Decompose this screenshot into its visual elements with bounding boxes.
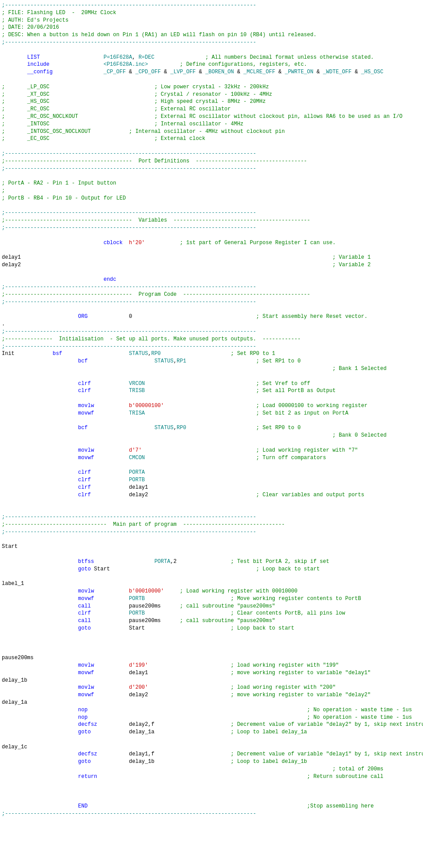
code-line: .: [0, 321, 423, 328]
code-line: goto Start ; Loop back to start: [0, 625, 423, 632]
code-line: label_1: [0, 580, 423, 588]
code-line: [0, 640, 423, 647]
code-line: ; FILE: Flashing LED - 20MHz Clock: [0, 9, 423, 17]
code-line: clrf VRCON ; Set Vref to off: [0, 380, 423, 388]
code-line: ; PortA - RA2 - Pin 1 - Input button: [0, 180, 423, 187]
code-line: bcf STATUS,RP1 ; Set RP1 to 0: [0, 358, 423, 365]
code-line: movlw b'00010000' ; Load working registe…: [0, 588, 423, 595]
code-line: clrf PORTA: [0, 469, 423, 476]
code-line: [0, 46, 423, 54]
code-line: goto delay_1a ; Loop to label delay_1a: [0, 728, 423, 736]
code-line: [0, 795, 423, 803]
code-editor: ;---------------------------------------…: [0, 0, 423, 819]
code-line: __config _CP_OFF & _CPD_OFF & _LVP_OFF &…: [0, 68, 423, 76]
code-line: [0, 781, 423, 788]
code-line: movlw d'200' ; load woring register with…: [0, 684, 423, 691]
code-line: movlw d'199' ; load working register wit…: [0, 662, 423, 669]
code-line: [0, 76, 423, 83]
code-line: cblock h'20' ; 1st part of General Purpo…: [0, 239, 423, 247]
code-line: [0, 536, 423, 543]
code-line: ;---------------------------------------…: [0, 2, 423, 9]
code-line: return ; Return subroutine call: [0, 773, 423, 781]
code-line: decfsz delay2,f ; Decrement value of var…: [0, 721, 423, 728]
code-line: movwf PORTB ; Move working register cont…: [0, 595, 423, 603]
code-line: [0, 246, 423, 254]
code-line: movwf CMCON ; Turn off comparators: [0, 454, 423, 462]
code-line: ORG 0 ; Start assembly here Reset vector…: [0, 313, 423, 321]
code-line: include <P16F628A.inc> ; Define configur…: [0, 61, 423, 68]
code-line: END ;Stop assembling here: [0, 803, 423, 810]
code-line: ;---------------------------------------…: [0, 39, 423, 46]
code-line: LIST P=16F628A, R=DEC ; All numbers Deci…: [0, 54, 423, 61]
code-line: ;---------------------------------------…: [0, 165, 423, 173]
code-line: ; _INTOSC ; Internal oscillator - 4MHz: [0, 121, 423, 128]
code-line: [0, 573, 423, 580]
code-line: ;---------------------------------------…: [0, 224, 423, 232]
code-line: clrf PORTB ; Clear contents PortB, all p…: [0, 610, 423, 617]
code-line: [0, 632, 423, 640]
code-line: movwf delay1 ; move working register to …: [0, 669, 423, 677]
code-line: ; Bank 1 Selected: [0, 365, 423, 373]
code-line: [0, 306, 423, 313]
code-line: Start: [0, 543, 423, 551]
code-line: ;---------------------------------------…: [0, 513, 423, 521]
code-line: ;---------------------------------------…: [0, 528, 423, 536]
code-line: [0, 647, 423, 654]
code-line: [0, 395, 423, 402]
code-line: ; Bank 0 Selected: [0, 432, 423, 439]
code-line: ;: [0, 187, 423, 195]
code-line: delay1 ; Variable 1: [0, 254, 423, 261]
code-line: clrf PORTB: [0, 476, 423, 484]
code-line: ;---------------------------------------…: [0, 158, 423, 165]
code-line: [0, 417, 423, 425]
code-line: movlw b'00000100' ; Load 00000100 to wor…: [0, 402, 423, 410]
code-line: btfss PORTA,2 ; Test bit PortA 2, skip i…: [0, 558, 423, 566]
code-line: ; total of 200ms: [0, 766, 423, 773]
code-line: ;---------------------------------------…: [0, 298, 423, 306]
code-line: delay_1b: [0, 677, 423, 684]
code-line: [0, 143, 423, 150]
code-line: goto Start ; Loop back to start: [0, 566, 423, 573]
code-line: ; PortB - RB4 - Pin 10 - Output for LED: [0, 195, 423, 202]
code-line: ;---------------------------------------…: [0, 217, 423, 224]
code-line: Init bsf STATUS,RP0 ; Set RP0 to 1: [0, 350, 423, 358]
code-line: ;---------------------------------------…: [0, 150, 423, 158]
code-line: [0, 373, 423, 380]
code-line: [0, 788, 423, 795]
code-line: ;---------------------------------------…: [0, 328, 423, 336]
code-line: endc: [0, 276, 423, 283]
code-line: delay_1c: [0, 743, 423, 751]
code-line: decfsz delay1,f ; Decrement value of var…: [0, 751, 423, 758]
code-line: ;--------------- Initialisation - Set up…: [0, 336, 423, 343]
code-line: pause200ms: [0, 654, 423, 662]
code-line: [0, 506, 423, 513]
code-line: goto delay_1b ; Loop to label delay_1b: [0, 758, 423, 766]
code-line: ; _XT_OSC ; Crystal / resonator - 100kHz…: [0, 91, 423, 98]
code-line: call pause200ms ; call subroutine "pause…: [0, 617, 423, 625]
code-line: clrf delay1: [0, 484, 423, 491]
code-line: [0, 269, 423, 276]
code-line: movwf TRISA ; Set bit 2 as input on Port…: [0, 410, 423, 417]
code-line: bcf STATUS,RP0 ; Set RP0 to 0: [0, 424, 423, 432]
code-line: ;---------------------------------------…: [0, 209, 423, 217]
code-line: ;---------------------------------------…: [0, 291, 423, 298]
code-line: nop ; No operation - waste time - 1us: [0, 714, 423, 721]
code-line: ; _LP_OSC ; Low power crystal - 32kHz - …: [0, 83, 423, 91]
code-line: [0, 202, 423, 210]
code-line: [0, 461, 423, 469]
code-line: clrf TRISB ; Set all PortB as Output: [0, 387, 423, 395]
code-line: ; AUTH: Ed's Projects: [0, 17, 423, 24]
code-line: ; _HS_OSC ; High speed crystal - 8MHz - …: [0, 98, 423, 106]
code-line: [0, 172, 423, 180]
code-line: movwf delay2 ; move working register to …: [0, 691, 423, 699]
code-line: ; _RC_OSC_NOCLKOUT ; External RC oscilla…: [0, 113, 423, 121]
code-line: movlw d'7' ; Load working register with …: [0, 447, 423, 454]
code-line: nop ; No operation - waste time - 1us: [0, 706, 423, 714]
code-line: [0, 498, 423, 506]
code-line: ; _EC_OSC ; External clock: [0, 135, 423, 143]
code-line: clrf delay2 ; Clear variables and output…: [0, 491, 423, 499]
code-line: [0, 736, 423, 743]
code-line: ; _INTOSC_OSC_NOCLKOUT ; Internal oscill…: [0, 128, 423, 136]
code-line: ; DESC: When a button is held down on Pi…: [0, 31, 423, 39]
code-line: ;-------------------------------- Main p…: [0, 521, 423, 528]
